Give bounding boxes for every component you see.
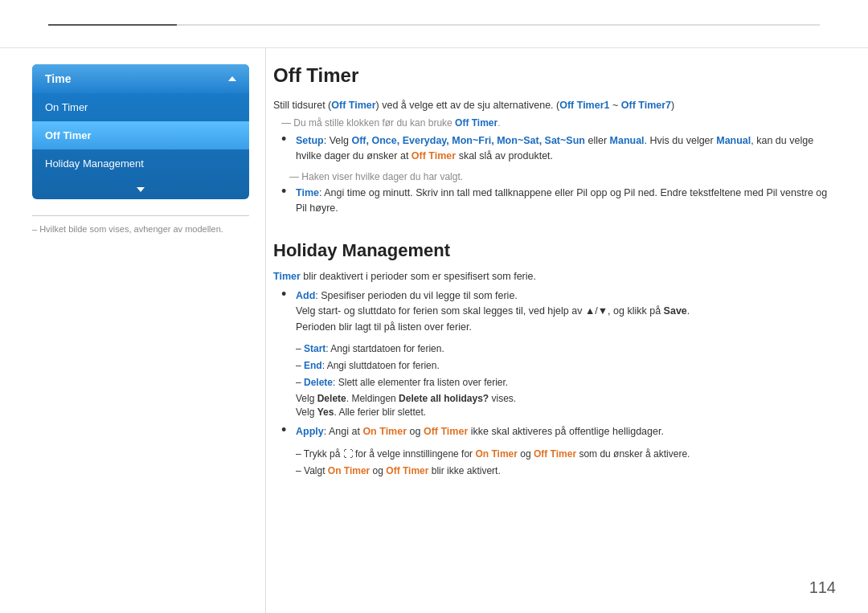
menu-arrow-down-icon [137, 187, 145, 192]
dash-start: Start: Angi startdatoen for ferien. [296, 341, 836, 356]
off-timer-note1: Du må stille klokken før du kan bruke Of… [281, 117, 836, 129]
off-timer-section: Off Timer Still tidsuret (Off Timer) ved… [273, 64, 836, 216]
off-timer-desc1: Still tidsuret (Off Timer) ved å velge e… [273, 98, 836, 113]
sidebar-item-holiday-management[interactable]: Holiday Management [32, 149, 249, 178]
apply-dash1-offtimer: Off Timer [534, 448, 576, 460]
sidebar-item-off-timer[interactable]: Off Timer [32, 121, 249, 149]
off-timer-subnote1: Haken viser hvilke dager du har valgt. [289, 171, 836, 182]
holiday-management-title: Holiday Management [273, 240, 836, 261]
delete-all-holidays: Delete all holidays? [399, 393, 489, 404]
bullet-dot-time: • [281, 184, 293, 198]
holiday-apply-text: Apply: Angi at On Timer og Off Timer ikk… [296, 424, 664, 439]
top-bar-line [48, 24, 820, 26]
apply-dash-1: Trykk på ⛶ for å velge innstillingene fo… [296, 447, 836, 461]
left-divider [32, 215, 249, 216]
delete-extra1: Velg Delete. Meldingen Delete all holida… [296, 393, 836, 404]
add-bold: Add [296, 290, 315, 301]
setup-bold: Setup [296, 135, 324, 146]
left-footnote: – Hvilket bilde som vises, avhenger av m… [32, 224, 249, 234]
holiday-management-section: Holiday Management Timer blir deaktivert… [273, 240, 836, 477]
bullet-dot-add: • [281, 287, 293, 301]
apply-dash-2: Valgt On Timer og Off Timer blir ikke ak… [296, 464, 836, 478]
yes-bold: Yes [317, 407, 334, 418]
off-timer-bullet-setup: • Setup: Velg Off, Once, Everyday, Mon~F… [281, 133, 836, 165]
holiday-dash-list: Start: Angi startdatoen for ferien. End:… [296, 341, 836, 390]
off-timer-note1-bold: Off Timer [455, 117, 497, 129]
off-timer-desc1-bold3: Off Timer7 [621, 100, 671, 111]
apply-dash2-offtimer: Off Timer [386, 465, 428, 476]
off-timer-desc1-bold2: Off Timer1 [559, 100, 609, 111]
setup-options: Off, Once, Everyday, Mon~Fri, Mon~Sat, S… [351, 135, 584, 146]
menu-arrow-down-container [32, 178, 249, 199]
holiday-intro: Timer blir deaktivert i perioder som er … [273, 269, 836, 284]
setup-offtimer: Off Timer [411, 150, 456, 161]
off-timer-desc1-bold1: Off Timer [331, 100, 375, 111]
menu-title: Time [45, 72, 71, 85]
setup-manual1: Manual [610, 135, 645, 146]
apply-dash1-ontimer: On Timer [475, 448, 517, 460]
apply-ontimer: On Timer [362, 426, 407, 437]
delete-bold2: Delete [317, 393, 346, 404]
menu-arrow-up-icon [228, 76, 236, 81]
time-bold: Time [296, 187, 319, 198]
apply-dash-list: Trykk på ⛶ for å velge innstillingene fo… [296, 447, 836, 478]
off-timer-setup-text: Setup: Velg Off, Once, Everyday, Mon~Fri… [296, 133, 836, 165]
dash-end: End: Angi sluttdatoen for ferien. [296, 358, 836, 373]
apply-bold: Apply [296, 426, 324, 437]
holiday-bullet-add: • Add: Spesifiser perioden du vil legge … [281, 288, 836, 335]
off-timer-bullet-time: • Time: Angi time og minutt. Skriv inn t… [281, 186, 836, 217]
main-content: Off Timer Still tidsuret (Off Timer) ved… [273, 48, 836, 581]
off-timer-title: Off Timer [273, 64, 836, 87]
apply-offtimer: Off Timer [424, 426, 468, 437]
menu-box: Time On Timer Off Timer Holiday Manageme… [32, 64, 249, 199]
menu-header: Time [32, 64, 249, 93]
page-number: 114 [809, 578, 836, 597]
bullet-dot-setup: • [281, 132, 293, 146]
sidebar-item-on-timer[interactable]: On Timer [32, 93, 249, 121]
end-bold: End [304, 360, 322, 371]
setup-manual2: Manual [716, 135, 751, 146]
left-panel: Time On Timer Off Timer Holiday Manageme… [32, 48, 249, 234]
off-timer-time-text: Time: Angi time og minutt. Skriv inn tal… [296, 186, 836, 217]
holiday-add-text: Add: Spesifiser perioden du vil legge ti… [296, 288, 690, 335]
top-bar [0, 0, 868, 48]
dash-delete: Delete: Slett alle elementer fra listen … [296, 375, 836, 390]
apply-dash2-ontimer: On Timer [328, 465, 370, 476]
delete-bold: Delete [304, 377, 333, 388]
start-bold: Start [304, 343, 326, 354]
holiday-bullet-apply: • Apply: Angi at On Timer og Off Timer i… [281, 424, 836, 439]
timer-bold: Timer [273, 271, 301, 282]
save-bold: Save [664, 305, 687, 317]
delete-extra2: Velg Yes. Alle ferier blir slettet. [296, 407, 836, 418]
right-divider [265, 48, 266, 613]
bullet-dot-apply: • [281, 423, 293, 437]
